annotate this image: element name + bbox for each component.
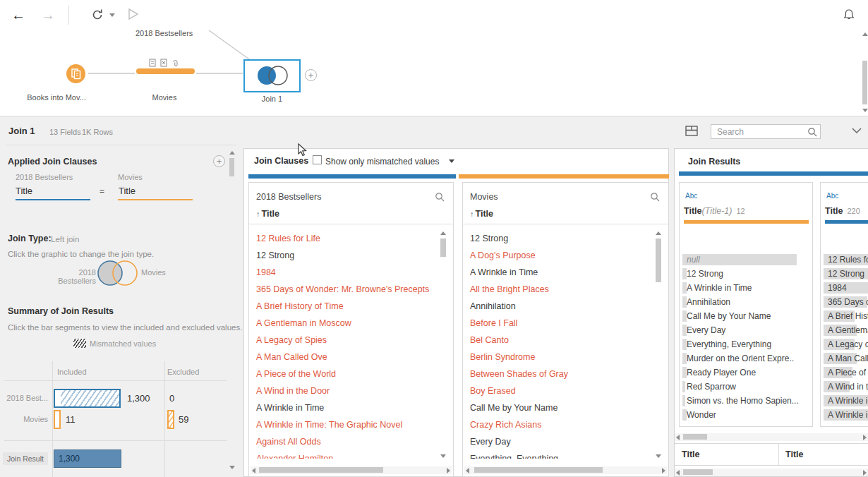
result-value-row[interactable]: A Wrinkle i	[822, 394, 868, 408]
mismatched-dropdown-caret[interactable]	[449, 159, 454, 163]
list-item[interactable]: A Wrinkle in Time	[463, 264, 653, 281]
list-item[interactable]: Before I Fall	[463, 315, 653, 332]
movies-sort-header[interactable]: ↑Title	[470, 209, 493, 219]
bestsellers-horizontal-scrollbar[interactable]	[251, 466, 452, 474]
join-node-selected[interactable]	[243, 59, 301, 92]
result-value-row[interactable]: A Wrinkle in Time	[681, 281, 812, 295]
list-item[interactable]: Alexander Hamilton	[249, 450, 438, 459]
bar-movies-excluded[interactable]	[167, 410, 174, 429]
bar-movies-included[interactable]	[54, 410, 61, 429]
result-value-row[interactable]: A Gentlema	[822, 323, 868, 337]
result-value-row[interactable]: null	[681, 253, 812, 267]
result-field-header[interactable]: Title(Title-1)12	[684, 206, 745, 216]
list-item[interactable]: A Brief History of Time	[249, 298, 438, 315]
result-value-row[interactable]: Wonder	[681, 408, 812, 422]
list-item[interactable]: A Legacy of Spies	[249, 332, 438, 349]
result-value-row[interactable]: A Wind in t	[822, 380, 868, 394]
result-field-header[interactable]: Title220	[825, 206, 860, 216]
join-result-row-label[interactable]: Join Result	[3, 452, 48, 465]
clean-step-node[interactable]	[136, 68, 195, 74]
flow-pane: ← → 2018 Bestsellers Books into Mov... M…	[0, 0, 868, 116]
result-value-row[interactable]: Murder on the Orient Expre..	[681, 351, 812, 366]
result-value-row[interactable]: Everything, Everything	[681, 337, 812, 351]
input-node[interactable]	[66, 64, 85, 83]
result-value-row[interactable]: Red Sparrow	[681, 380, 812, 394]
list-item[interactable]: 12 Strong	[463, 230, 653, 247]
bar-bestsellers-mismatch-segment[interactable]	[61, 390, 119, 406]
notifications-bell-icon[interactable]	[842, 8, 856, 23]
result-value-row[interactable]: 1984	[822, 281, 868, 295]
add-step-button[interactable]: +	[305, 69, 317, 81]
sort-asc-icon: ↑	[470, 210, 474, 218]
list-item[interactable]: Every Day	[463, 433, 653, 450]
flow-vertical-scrollbar[interactable]	[862, 31, 868, 114]
result-value-row[interactable]: 365 Days o	[822, 295, 868, 309]
result-value-row[interactable]: Call Me by Your Name	[681, 309, 812, 323]
list-item[interactable]: A Wrinkle in Time: The Graphic Novel	[249, 416, 438, 433]
summary-row1-label: 2018 Best...	[0, 394, 48, 402]
list-item[interactable]: A Wrinkle in Time	[249, 399, 438, 416]
list-item[interactable]: A Gentleman in Moscow	[249, 315, 438, 332]
result-value-row[interactable]: 12 Strong	[822, 267, 868, 281]
search-icon[interactable]	[435, 192, 445, 203]
result-value-row[interactable]: Annihilation	[681, 295, 812, 309]
list-item[interactable]: Boy Erased	[463, 382, 653, 399]
results-horizontal-scrollbar[interactable]	[675, 433, 868, 441]
result-value-row[interactable]: 12 Rules fo	[822, 253, 868, 267]
config-panel-scrollbar[interactable]	[229, 148, 235, 471]
list-item[interactable]: A Man Called Ove	[249, 349, 438, 366]
list-item[interactable]: Call Me by Your Name	[463, 399, 653, 416]
bar-join-result[interactable]: 1,300	[54, 449, 121, 468]
result-value-row[interactable]: Simon vs. the Homo Sapien...	[681, 394, 812, 408]
field-type-label[interactable]: Abc	[685, 192, 697, 200]
list-item[interactable]: Between Shades of Gray	[463, 366, 653, 382]
search-input[interactable]: Search	[711, 124, 821, 139]
list-item[interactable]: Berlin Syndrome	[463, 349, 653, 366]
result-value-row[interactable]: 12 Strong	[681, 267, 812, 281]
grid-horizontal-scrollbar[interactable]	[675, 469, 868, 476]
bar-bestsellers-included[interactable]	[54, 389, 121, 408]
result-value-row[interactable]: A Legacy of	[822, 337, 868, 351]
search-icon[interactable]	[650, 192, 661, 203]
result-value-row[interactable]: Every Day	[681, 323, 812, 337]
list-item[interactable]: 12 Rules for Life	[249, 230, 438, 247]
list-item[interactable]: 12 Strong	[249, 247, 438, 264]
list-item[interactable]: 365 Days of Wonder: Mr. Browne's Precept…	[249, 281, 438, 298]
list-item[interactable]: 1984	[249, 264, 438, 281]
clause-left-field[interactable]: Title	[16, 186, 32, 196]
result-value-row[interactable]: Ready Player One	[681, 366, 812, 380]
movies-horizontal-scrollbar[interactable]	[464, 466, 667, 474]
list-item[interactable]: Everything, Everything	[463, 450, 653, 459]
list-item[interactable]: A Dog's Purpose	[463, 247, 653, 264]
result-value-row[interactable]: A Man Calle	[822, 351, 868, 366]
list-item[interactable]: A Wind in the Door	[249, 382, 438, 399]
bestsellers-vertical-scrollbar[interactable]	[440, 230, 447, 460]
mismatched-only-checkbox[interactable]	[313, 155, 322, 164]
movies-vertical-scrollbar[interactable]	[655, 230, 662, 460]
collapse-chevron-icon[interactable]	[852, 128, 862, 134]
result-value-row[interactable]: A Brief Hist	[822, 309, 868, 323]
clause-right-field[interactable]: Title	[119, 186, 135, 196]
list-item[interactable]: All the Bright Places	[463, 281, 653, 298]
join-type-label: Join Type:	[8, 234, 52, 243]
join-results-title: Join Results	[688, 157, 740, 167]
result-value-row[interactable]: A Wrinkle i	[822, 408, 868, 422]
step-badges	[149, 59, 179, 67]
clause-left-underline	[16, 199, 90, 200]
clause-operator[interactable]: =	[100, 186, 104, 196]
mismatched-only-label[interactable]: Show only mismatched values	[325, 157, 439, 167]
list-item[interactable]: Annihilation	[463, 298, 653, 315]
list-item[interactable]: Crazy Rich Asians	[463, 416, 653, 433]
grid-column-header[interactable]: Title	[682, 449, 699, 459]
join-type-venn[interactable]	[85, 258, 140, 289]
layout-toggle-icon[interactable]	[685, 126, 699, 137]
field-type-label[interactable]: Abc	[826, 192, 838, 200]
bestsellers-sort-header[interactable]: ↑Title	[256, 209, 279, 219]
list-item[interactable]: A Piece of the World	[249, 366, 438, 382]
grid-column-divider[interactable]	[778, 444, 779, 466]
list-item[interactable]: Bel Canto	[463, 332, 653, 349]
result-value-row[interactable]: A Piece of t	[822, 366, 868, 380]
add-join-clause-button[interactable]: +	[213, 155, 225, 167]
grid-column-header[interactable]: Title	[785, 449, 803, 459]
list-item[interactable]: Against All Odds	[249, 433, 438, 450]
